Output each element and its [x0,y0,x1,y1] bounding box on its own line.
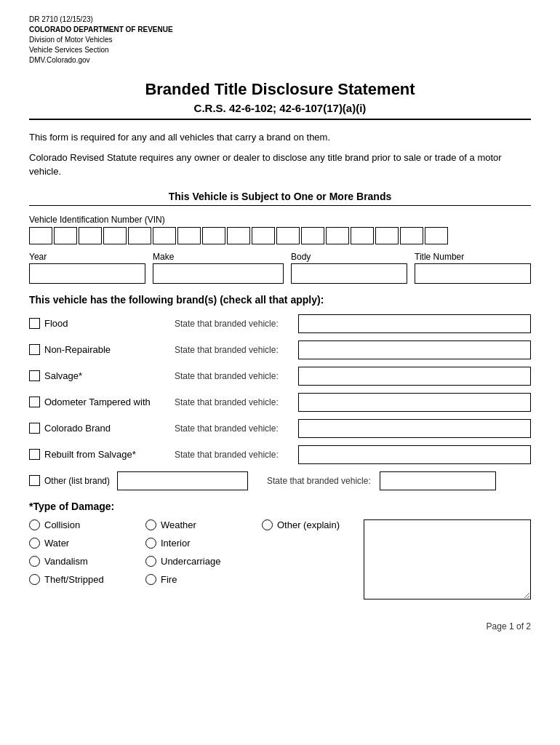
damage-weather: Weather [145,519,240,530]
theft-radio[interactable] [29,574,40,585]
rebuilt-state-label: State that branded vehicle: [175,450,298,460]
undercarriage-radio[interactable] [145,556,156,567]
collision-label: Collision [44,519,80,530]
other-checkbox[interactable] [29,475,40,486]
vin-box-9[interactable] [227,227,250,244]
damage-interior: Interior [145,538,240,549]
section-name: Vehicle Services Section [29,45,531,55]
year-field: Year [29,252,145,284]
other-state-input[interactable] [380,471,496,490]
colorado-state-label: State that branded vehicle: [175,423,298,434]
body-input[interactable] [291,263,407,284]
damage-vandalism: Vandalism [29,556,124,567]
theft-label: Theft/Stripped [44,574,104,585]
vin-box-14[interactable] [351,227,374,244]
brands-title: This vehicle has the following brand(s) … [29,294,531,306]
rebuilt-label: Rebuilt from Salvage* [44,449,136,460]
damage-row-4: Theft/Stripped Fire [29,574,356,585]
water-radio[interactable] [29,538,40,549]
damage-section: *Type of Damage: Collision Weather Other… [29,501,531,599]
vin-box-5[interactable] [128,227,151,244]
other-label: Other (list brand) [44,476,110,486]
title-number-label: Title Number [415,252,531,262]
vin-box-4[interactable] [103,227,127,244]
non-repairable-state-label: State that branded vehicle: [175,345,298,355]
damage-row-2: Water Interior [29,538,356,549]
vin-box-6[interactable] [153,227,176,244]
vin-box-1[interactable] [29,227,52,244]
brand-row-flood: Flood State that branded vehicle: [29,314,531,333]
vin-section: Vehicle Identification Number (VIN) [29,215,531,244]
interior-radio[interactable] [145,538,156,549]
non-repairable-label: Non-Repairable [44,344,111,355]
body-label: Body [291,252,407,262]
colorado-state-input[interactable] [298,419,531,438]
undercarriage-label: Undercarriage [161,556,220,567]
rebuilt-state-input[interactable] [298,445,531,464]
vin-box-17[interactable] [425,227,448,244]
title-number-input[interactable] [415,263,531,284]
vin-box-3[interactable] [79,227,102,244]
interior-label: Interior [161,538,190,549]
brand-row-non-repairable: Non-Repairable State that branded vehicl… [29,340,531,359]
weather-label: Weather [161,519,196,530]
vin-box-2[interactable] [54,227,77,244]
salvage-state-input[interactable] [298,367,531,386]
odometer-state-label: State that branded vehicle: [175,397,298,407]
vin-box-11[interactable] [276,227,300,244]
weather-radio[interactable] [145,519,156,530]
year-input[interactable] [29,263,145,284]
intro-line2: Colorado Revised Statute requires any ow… [29,151,531,179]
damage-explain-textarea[interactable] [364,519,531,599]
salvage-checkbox[interactable] [29,370,40,381]
page-number: Page 1 of 2 [29,621,531,632]
damage-options: Collision Weather Other (explain) Water [29,519,356,599]
body-field: Body [291,252,407,284]
damage-row-1: Collision Weather Other (explain) [29,519,356,530]
vin-box-10[interactable] [252,227,275,244]
non-repairable-checkbox[interactable] [29,344,40,355]
damage-undercarriage: Undercarriage [145,556,240,567]
damage-theft: Theft/Stripped [29,574,124,585]
vin-box-12[interactable] [301,227,324,244]
flood-state-input[interactable] [298,314,531,333]
vin-box-8[interactable] [202,227,225,244]
brand-row-rebuilt: Rebuilt from Salvage* State that branded… [29,445,531,464]
colorado-label: Colorado Brand [44,423,111,434]
damage-content: Collision Weather Other (explain) Water [29,519,531,599]
rebuilt-checkbox[interactable] [29,449,40,460]
year-label: Year [29,252,145,262]
water-label: Water [44,538,69,549]
flood-checkbox[interactable] [29,318,40,329]
collision-radio[interactable] [29,519,40,530]
other-state-label: State that branded vehicle: [267,476,371,486]
other-radio[interactable] [262,519,273,530]
form-title: Branded Title Disclosure Statement [29,80,531,99]
vin-box-7[interactable] [177,227,201,244]
colorado-checkbox[interactable] [29,423,40,434]
odometer-label: Odometer Tampered with [44,397,151,407]
form-number: DR 2710 (12/15/23) [29,15,531,25]
salvage-state-label: State that branded vehicle: [175,371,298,381]
vandalism-radio[interactable] [29,556,40,567]
fire-radio[interactable] [145,574,156,585]
make-input[interactable] [153,263,284,284]
odometer-checkbox[interactable] [29,397,40,407]
intro-line1: This form is required for any and all ve… [29,130,531,145]
damage-other: Other (explain) [262,519,356,530]
other-brand-input[interactable] [117,471,248,490]
vin-box-16[interactable] [400,227,423,244]
damage-row-3: Vandalism Undercarriage [29,556,356,567]
vin-box-13[interactable] [326,227,349,244]
make-field: Make [153,252,284,284]
brand-row-odometer: Odometer Tampered with State that brande… [29,393,531,412]
damage-fire: Fire [145,574,240,585]
odometer-state-input[interactable] [298,393,531,412]
damage-title: *Type of Damage: [29,501,531,512]
non-repairable-state-input[interactable] [298,340,531,359]
division-name: Division of Motor Vehicles [29,35,531,45]
website: DMV.Colorado.gov [29,55,531,65]
section-heading: This Vehicle is Subject to One or More B… [29,191,531,206]
vin-boxes [29,227,531,244]
vin-box-15[interactable] [375,227,399,244]
